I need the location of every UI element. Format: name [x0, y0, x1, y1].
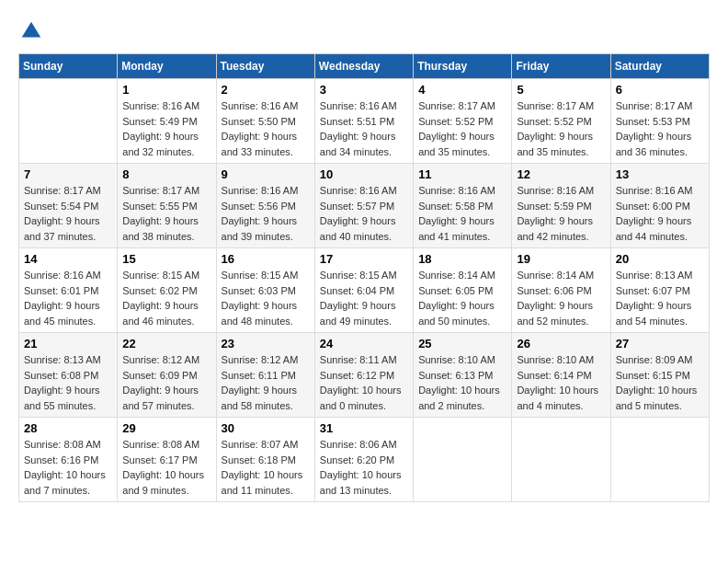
day-detail: Sunrise: 8:16 AMSunset: 5:51 PMDaylight:… [320, 98, 408, 159]
day-number: 7 [24, 167, 112, 181]
calendar-week-row: 7Sunrise: 8:17 AMSunset: 5:54 PMDaylight… [19, 164, 710, 248]
weekday-header-row: SundayMondayTuesdayWednesdayThursdayFrid… [19, 54, 710, 79]
day-detail: Sunrise: 8:14 AMSunset: 6:05 PMDaylight:… [418, 268, 506, 328]
calendar-cell: 22Sunrise: 8:12 AMSunset: 6:09 PMDayligh… [118, 333, 216, 418]
calendar-cell [414, 418, 512, 502]
day-number: 6 [616, 83, 704, 97]
calendar-cell: 25Sunrise: 8:10 AMSunset: 6:13 PMDayligh… [414, 333, 512, 418]
day-number: 20 [616, 252, 704, 266]
day-number: 1 [122, 83, 210, 97]
day-detail: Sunrise: 8:13 AMSunset: 6:07 PMDaylight:… [616, 268, 704, 328]
day-detail: Sunrise: 8:08 AMSunset: 6:16 PMDaylight:… [24, 437, 112, 498]
day-number: 21 [24, 337, 112, 350]
day-number: 27 [616, 337, 704, 350]
day-detail: Sunrise: 8:11 AMSunset: 6:12 PMDaylight:… [320, 352, 408, 413]
weekday-header-sunday: Sunday [19, 54, 118, 79]
day-detail: Sunrise: 8:16 AMSunset: 5:56 PMDaylight:… [222, 183, 310, 244]
day-detail: Sunrise: 8:16 AMSunset: 5:49 PMDaylight:… [122, 98, 210, 159]
calendar-cell: 1Sunrise: 8:16 AMSunset: 5:49 PMDaylight… [118, 79, 216, 164]
calendar-cell: 6Sunrise: 8:17 AMSunset: 5:53 PMDaylight… [610, 79, 709, 164]
weekday-header-tuesday: Tuesday [216, 54, 314, 79]
calendar-cell: 17Sunrise: 8:15 AMSunset: 6:04 PMDayligh… [314, 248, 413, 333]
calendar-cell [19, 79, 118, 164]
day-detail: Sunrise: 8:14 AMSunset: 6:06 PMDaylight:… [517, 268, 605, 328]
calendar-cell: 10Sunrise: 8:16 AMSunset: 5:57 PMDayligh… [314, 164, 413, 248]
day-number: 23 [222, 337, 310, 350]
day-number: 30 [222, 421, 310, 435]
day-detail: Sunrise: 8:17 AMSunset: 5:53 PMDaylight:… [616, 98, 704, 159]
day-detail: Sunrise: 8:07 AMSunset: 6:18 PMDaylight:… [222, 437, 310, 498]
day-detail: Sunrise: 8:17 AMSunset: 5:52 PMDaylight:… [418, 98, 506, 159]
calendar-cell: 31Sunrise: 8:06 AMSunset: 6:20 PMDayligh… [314, 418, 413, 502]
calendar-cell: 28Sunrise: 8:08 AMSunset: 6:16 PMDayligh… [19, 418, 118, 502]
day-number: 18 [418, 252, 506, 266]
calendar-cell: 8Sunrise: 8:17 AMSunset: 5:55 PMDaylight… [118, 164, 216, 248]
calendar-cell: 30Sunrise: 8:07 AMSunset: 6:18 PMDayligh… [216, 418, 314, 502]
logo-icon [18, 18, 44, 44]
day-number: 17 [320, 252, 408, 266]
calendar-week-row: 14Sunrise: 8:16 AMSunset: 6:01 PMDayligh… [19, 248, 710, 333]
day-number: 15 [122, 252, 210, 266]
logo [18, 18, 48, 44]
calendar-cell: 20Sunrise: 8:13 AMSunset: 6:07 PMDayligh… [610, 248, 709, 333]
svg-marker-0 [22, 22, 41, 38]
day-detail: Sunrise: 8:08 AMSunset: 6:17 PMDaylight:… [122, 437, 210, 498]
calendar-cell: 27Sunrise: 8:09 AMSunset: 6:15 PMDayligh… [610, 333, 709, 418]
day-number: 11 [418, 167, 506, 181]
weekday-header-friday: Friday [512, 54, 610, 79]
day-detail: Sunrise: 8:10 AMSunset: 6:13 PMDaylight:… [418, 352, 506, 413]
day-detail: Sunrise: 8:16 AMSunset: 5:58 PMDaylight:… [418, 183, 506, 244]
calendar-cell: 29Sunrise: 8:08 AMSunset: 6:17 PMDayligh… [118, 418, 216, 502]
day-number: 3 [320, 83, 408, 97]
calendar-cell: 26Sunrise: 8:10 AMSunset: 6:14 PMDayligh… [512, 333, 610, 418]
calendar-cell: 11Sunrise: 8:16 AMSunset: 5:58 PMDayligh… [414, 164, 512, 248]
calendar-cell: 9Sunrise: 8:16 AMSunset: 5:56 PMDaylight… [216, 164, 314, 248]
day-number: 2 [222, 83, 310, 97]
day-number: 5 [517, 83, 605, 97]
day-number: 12 [517, 167, 605, 181]
weekday-header-thursday: Thursday [414, 54, 512, 79]
day-detail: Sunrise: 8:06 AMSunset: 6:20 PMDaylight:… [320, 437, 408, 498]
calendar-cell: 13Sunrise: 8:16 AMSunset: 6:00 PMDayligh… [610, 164, 709, 248]
day-number: 25 [418, 337, 506, 350]
day-detail: Sunrise: 8:17 AMSunset: 5:52 PMDaylight:… [517, 98, 605, 159]
calendar-cell: 23Sunrise: 8:12 AMSunset: 6:11 PMDayligh… [216, 333, 314, 418]
calendar-cell: 14Sunrise: 8:16 AMSunset: 6:01 PMDayligh… [19, 248, 118, 333]
day-number: 9 [222, 167, 310, 181]
day-detail: Sunrise: 8:10 AMSunset: 6:14 PMDaylight:… [517, 352, 605, 413]
calendar-cell: 3Sunrise: 8:16 AMSunset: 5:51 PMDaylight… [314, 79, 413, 164]
page-header [18, 18, 710, 44]
day-detail: Sunrise: 8:16 AMSunset: 5:57 PMDaylight:… [320, 183, 408, 244]
calendar-cell: 21Sunrise: 8:13 AMSunset: 6:08 PMDayligh… [19, 333, 118, 418]
day-number: 8 [122, 167, 210, 181]
weekday-header-wednesday: Wednesday [314, 54, 413, 79]
calendar-cell: 18Sunrise: 8:14 AMSunset: 6:05 PMDayligh… [414, 248, 512, 333]
day-detail: Sunrise: 8:16 AMSunset: 5:50 PMDaylight:… [222, 98, 310, 159]
calendar-cell: 12Sunrise: 8:16 AMSunset: 5:59 PMDayligh… [512, 164, 610, 248]
calendar-cell [512, 418, 610, 502]
calendar-cell: 19Sunrise: 8:14 AMSunset: 6:06 PMDayligh… [512, 248, 610, 333]
day-detail: Sunrise: 8:17 AMSunset: 5:55 PMDaylight:… [122, 183, 210, 244]
day-number: 29 [122, 421, 210, 435]
weekday-header-monday: Monday [118, 54, 216, 79]
calendar-week-row: 28Sunrise: 8:08 AMSunset: 6:16 PMDayligh… [19, 418, 710, 502]
day-detail: Sunrise: 8:13 AMSunset: 6:08 PMDaylight:… [24, 352, 112, 413]
day-detail: Sunrise: 8:16 AMSunset: 6:00 PMDaylight:… [616, 183, 704, 244]
calendar-cell: 15Sunrise: 8:15 AMSunset: 6:02 PMDayligh… [118, 248, 216, 333]
calendar-cell: 24Sunrise: 8:11 AMSunset: 6:12 PMDayligh… [314, 333, 413, 418]
day-number: 13 [616, 167, 704, 181]
day-detail: Sunrise: 8:09 AMSunset: 6:15 PMDaylight:… [616, 352, 704, 413]
day-number: 31 [320, 421, 408, 435]
day-number: 26 [517, 337, 605, 350]
day-number: 14 [24, 252, 112, 266]
day-detail: Sunrise: 8:16 AMSunset: 6:01 PMDaylight:… [24, 268, 112, 328]
day-number: 10 [320, 167, 408, 181]
day-detail: Sunrise: 8:12 AMSunset: 6:09 PMDaylight:… [122, 352, 210, 413]
calendar-cell: 7Sunrise: 8:17 AMSunset: 5:54 PMDaylight… [19, 164, 118, 248]
day-detail: Sunrise: 8:17 AMSunset: 5:54 PMDaylight:… [24, 183, 112, 244]
day-number: 4 [418, 83, 506, 97]
day-detail: Sunrise: 8:15 AMSunset: 6:04 PMDaylight:… [320, 268, 408, 328]
calendar-cell: 2Sunrise: 8:16 AMSunset: 5:50 PMDaylight… [216, 79, 314, 164]
calendar-cell: 4Sunrise: 8:17 AMSunset: 5:52 PMDaylight… [414, 79, 512, 164]
calendar-cell: 5Sunrise: 8:17 AMSunset: 5:52 PMDaylight… [512, 79, 610, 164]
